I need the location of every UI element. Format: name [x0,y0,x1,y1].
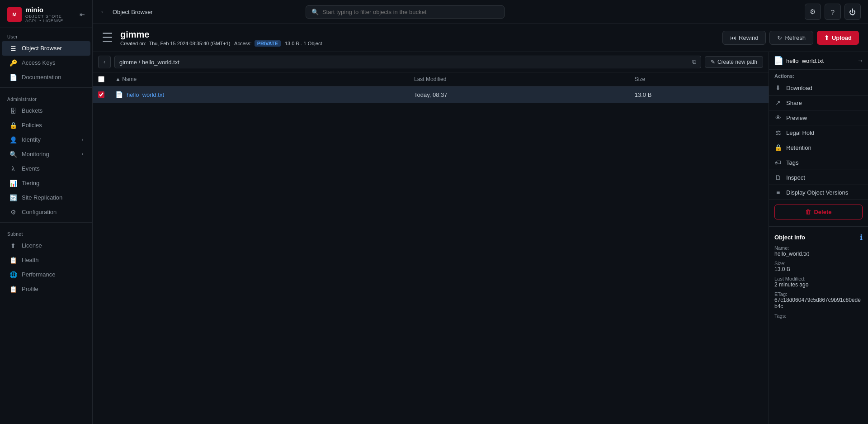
file-type-icon: 📄 [115,91,123,98]
health-icon: 📋 [9,257,17,264]
panel-file-icon: 📄 [774,56,783,66]
bucket-info: gimme Created on: Thu, Feb 15 2024 08:35… [120,29,715,46]
sidebar-item-label: Site Replication [22,194,83,201]
info-name-val: hello_world.txt [774,251,863,257]
sidebar-item-monitoring[interactable]: 🔍 Monitoring › [2,147,90,162]
action-tags[interactable]: 🏷 Tags [769,155,868,170]
action-tags-label: Tags [786,159,798,166]
delete-button[interactable]: 🗑 Delete [774,205,863,219]
bucket-meta: Created on: Thu, Feb 15 2024 08:35:40 (G… [120,41,715,46]
sidebar-item-profile[interactable]: 📋 Profile [2,282,90,296]
info-size-key: Size: [774,261,863,266]
collapse-sidebar-button[interactable]: ⇤ [80,11,85,18]
tags-icon: 🏷 [774,159,782,166]
help-button[interactable]: ? [825,4,841,20]
logo-area: M minio OBJECT STOREAGPL • LICENSE ⇤ [0,0,92,28]
back-button[interactable]: ← [100,8,107,16]
refresh-icon: ↻ [777,34,782,41]
preview-icon: 👁 [774,114,782,121]
copy-path-button[interactable]: ⧉ [692,58,696,66]
sidebar-item-label: Access Keys [22,59,83,66]
row-checkbox[interactable] [98,91,104,98]
info-name-key: Name: [774,245,863,251]
expand-panel-button[interactable]: → [857,57,863,64]
upload-button[interactable]: ⬆ Upload [817,31,859,45]
info-tags-row: Tags: [769,311,868,320]
action-preview[interactable]: 👁 Preview [769,110,868,125]
sidebar-item-health[interactable]: 📋 Health [2,253,90,267]
site-replication-icon: 🔄 [9,194,17,201]
sidebar-item-events[interactable]: λ Events [2,162,90,176]
path-input-wrap: gimme / hello_world.txt ⧉ [114,56,701,68]
action-inspect-label: Inspect [786,174,805,181]
object-info-header: Object Info ℹ [769,229,868,243]
sidebar-item-buckets[interactable]: 🗄 Buckets [2,104,90,118]
sidebar-item-label: Identity [22,136,77,143]
file-name-cell[interactable]: 📄 hello_world.txt [115,91,403,98]
search-input[interactable] [322,9,499,15]
sidebar-item-label: Tiering [22,180,83,186]
panel-filename: hello_world.txt [786,57,854,64]
sidebar-item-label: Monitoring [22,151,77,157]
last-modified-column-header: Last Modified [409,72,629,86]
right-panel-toolbar: 📄 hello_world.txt → [769,52,868,70]
size-column-header: Size [629,72,769,86]
select-all-checkbox[interactable] [98,76,104,82]
sidebar-item-policies[interactable]: 🔒 Policies [2,118,90,133]
refresh-button[interactable]: ↻ Refresh [769,31,813,45]
profile-icon: 📋 [9,286,17,293]
configuration-icon: ⚙ [9,209,17,216]
identity-icon: 👤 [9,136,17,143]
monitoring-icon: 🔍 [9,151,17,158]
sidebar-item-configuration[interactable]: ⚙ Configuration [2,205,90,219]
select-all-header [93,72,110,86]
sidebar-item-label: Profile [22,286,83,292]
admin-section-label: Administrator [0,91,92,104]
rewind-button[interactable]: ⏮ Rewind [722,31,766,45]
path-back-button[interactable]: ‹ [98,56,111,68]
object-info-icon: ℹ [860,233,863,242]
sidebar-item-label: Buckets [22,107,83,114]
info-modified-key: Last Modified: [774,276,863,281]
table-row[interactable]: 📄 hello_world.txt Today, 08:37 13.0 B [93,86,769,103]
sidebar-item-site-replication[interactable]: 🔄 Site Replication [2,191,90,205]
action-share[interactable]: ↗ Share [769,95,868,110]
user-section-label: User [0,28,92,41]
sidebar-item-tiering[interactable]: 📊 Tiering [2,176,90,191]
info-name-row: Name: hello_world.txt [769,243,868,259]
sidebar-item-object-browser[interactable]: ☰ Object Browser [2,41,90,56]
sidebar-item-documentation[interactable]: 📄 Documentation [2,70,90,85]
action-download[interactable]: ⬇ Download [769,81,868,95]
sidebar-item-label: Health [22,257,83,263]
legal-hold-icon: ⚖ [774,129,782,136]
delete-icon: 🗑 [805,209,811,215]
buckets-icon: 🗄 [9,107,17,114]
action-display-versions[interactable]: ≡ Display Object Versions [769,185,868,200]
sidebar-item-identity[interactable]: 👤 Identity › [2,133,90,147]
power-button[interactable]: ⏻ [844,4,861,20]
info-tags-key: Tags: [774,313,863,319]
create-path-button[interactable]: ✎ Create new path [705,56,763,68]
action-inspect[interactable]: 🗋 Inspect [769,170,868,185]
sidebar-item-access-keys[interactable]: 🔑 Access Keys [2,56,90,70]
bucket-header: ☰ gimme Created on: Thu, Feb 15 2024 08:… [93,24,868,52]
action-legal-hold[interactable]: ⚖ Legal Hold [769,125,868,140]
sidebar-item-label: Events [22,165,83,172]
sidebar-item-license[interactable]: ⬆ License [2,238,90,253]
name-column-header[interactable]: ▲ Name [110,72,409,86]
info-modified-val: 2 minutes ago [774,281,863,288]
content-area: ‹ gimme / hello_world.txt ⧉ ✎ Create new… [93,52,868,424]
settings-button[interactable]: ⚙ [805,4,821,20]
action-retention[interactable]: 🔒 Retention [769,140,868,155]
action-retention-label: Retention [786,144,811,151]
info-etag-key: ETag: [774,291,863,297]
info-size-val: 13.0 B [774,266,863,272]
bucket-icon: ☰ [102,30,113,45]
action-display-versions-label: Display Object Versions [786,189,848,196]
performance-icon: 🌐 [9,271,17,278]
access-badge: PRIVATE [255,40,281,47]
sidebar-item-performance[interactable]: 🌐 Performance [2,267,90,282]
action-preview-label: Preview [786,114,807,121]
path-text: gimme / hello_world.txt [119,59,179,66]
tiering-icon: 📊 [9,180,17,187]
